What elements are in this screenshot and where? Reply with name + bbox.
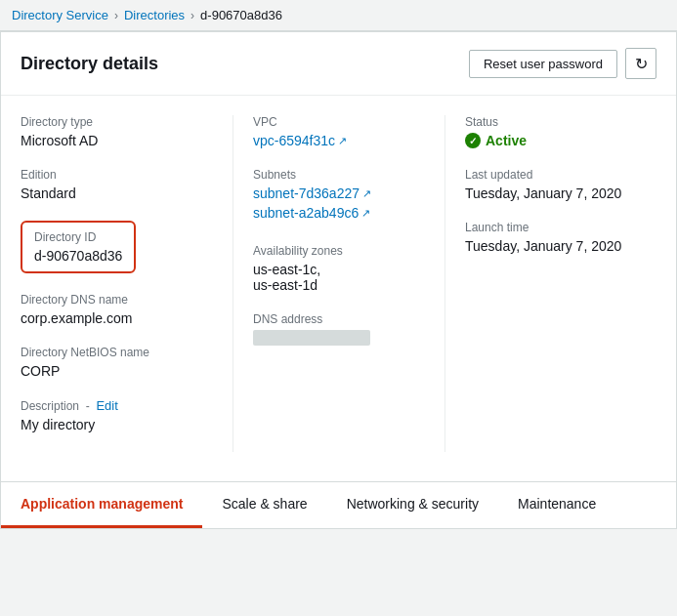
dns-name-value: corp.example.com (21, 310, 213, 326)
tab-networking-security[interactable]: Networking & security (327, 482, 498, 528)
breadcrumb-directory-service[interactable]: Directory Service (12, 8, 108, 22)
netbios-value: CORP (21, 363, 213, 379)
subnets-label: Subnets (253, 168, 425, 182)
directory-type-group: Directory type Microsoft AD (21, 115, 213, 148)
subnet-2-link[interactable]: subnet-a2ab49c6 ↗ (253, 205, 370, 221)
directory-type-value: Microsoft AD (21, 133, 213, 148)
subnet1-external-link-icon: ↗ (362, 187, 371, 200)
directory-id-value: d-90670a8d36 (34, 248, 122, 264)
refresh-icon: ↻ (635, 55, 648, 73)
refresh-button[interactable]: ↻ (625, 48, 656, 79)
subnet-1-link[interactable]: subnet-7d36a227 ↗ (253, 185, 371, 201)
reset-user-password-button[interactable]: Reset user password (469, 50, 617, 78)
dns-name-group: Directory DNS name corp.example.com (21, 293, 213, 326)
dns-name-label: Directory DNS name (21, 293, 213, 307)
details-col-3: Status ✓ Active Last updated Tuesday, Ja… (444, 115, 656, 452)
details-header: Directory details Reset user password ↻ (1, 32, 676, 96)
edition-value: Standard (21, 185, 213, 201)
tabs-bar: Application management Scale & share Net… (1, 481, 676, 528)
edition-label: Edition (21, 168, 213, 182)
details-col-2: VPC vpc-6594f31c ↗ Subnets subnet-7d36a2… (233, 115, 444, 452)
breadcrumb-sep-1: › (114, 9, 118, 22)
details-col-1: Directory type Microsoft AD Edition Stan… (21, 115, 233, 452)
az-label: Availability zones (253, 244, 425, 258)
subnets-group: Subnets subnet-7d36a227 ↗ subnet-a2ab49c… (253, 168, 425, 225)
status-group: Status ✓ Active (465, 115, 637, 148)
header-actions: Reset user password ↻ (469, 48, 656, 79)
netbios-group: Directory NetBIOS name CORP (21, 346, 213, 379)
directory-type-label: Directory type (21, 115, 213, 129)
subnet2-external-link-icon: ↗ (361, 207, 370, 220)
last-updated-group: Last updated Tuesday, January 7, 2020 (465, 168, 637, 201)
vpc-value[interactable]: vpc-6594f31c ↗ (253, 133, 347, 148)
last-updated-label: Last updated (465, 168, 637, 182)
tab-maintenance[interactable]: Maintenance (498, 482, 615, 528)
dns-address-group: DNS address (253, 312, 425, 349)
launch-time-label: Launch time (465, 221, 637, 234)
netbios-label: Directory NetBIOS name (21, 346, 213, 359)
az-group: Availability zones us-east-1c, us-east-1… (253, 244, 425, 293)
dns-address-label: DNS address (253, 312, 425, 326)
status-check-icon: ✓ (465, 133, 481, 148)
last-updated-value: Tuesday, January 7, 2020 (465, 185, 637, 201)
status-badge: ✓ Active (465, 133, 637, 148)
tab-application-management[interactable]: Application management (1, 482, 202, 528)
launch-time-value: Tuesday, January 7, 2020 (465, 238, 637, 254)
description-edit-link[interactable]: Edit (96, 398, 117, 413)
breadcrumb-directories[interactable]: Directories (124, 8, 185, 22)
vpc-label: VPC (253, 115, 425, 129)
dns-address-value-blurred (253, 330, 370, 346)
breadcrumb-current: d-90670a8d36 (200, 8, 282, 22)
vpc-group: VPC vpc-6594f31c ↗ (253, 115, 425, 148)
az-value: us-east-1c, us-east-1d (253, 262, 425, 293)
description-label: Description - Edit (21, 398, 213, 413)
launch-time-group: Launch time Tuesday, January 7, 2020 (465, 221, 637, 254)
edition-group: Edition Standard (21, 168, 213, 201)
details-grid: Directory type Microsoft AD Edition Stan… (1, 96, 676, 481)
breadcrumb-sep-2: › (190, 9, 194, 22)
vpc-external-link-icon: ↗ (338, 135, 347, 147)
main-content: Directory details Reset user password ↻ … (0, 31, 677, 529)
breadcrumb: Directory Service › Directories › d-9067… (0, 0, 677, 31)
description-value: My directory (21, 417, 213, 432)
status-value: Active (486, 133, 527, 148)
page-title: Directory details (21, 54, 158, 74)
tab-scale-share[interactable]: Scale & share (202, 482, 326, 528)
directory-id-label: Directory ID (34, 230, 122, 244)
status-label: Status (465, 115, 637, 129)
directory-id-box: Directory ID d-90670a8d36 (21, 221, 136, 273)
description-group: Description - Edit My directory (21, 398, 213, 432)
